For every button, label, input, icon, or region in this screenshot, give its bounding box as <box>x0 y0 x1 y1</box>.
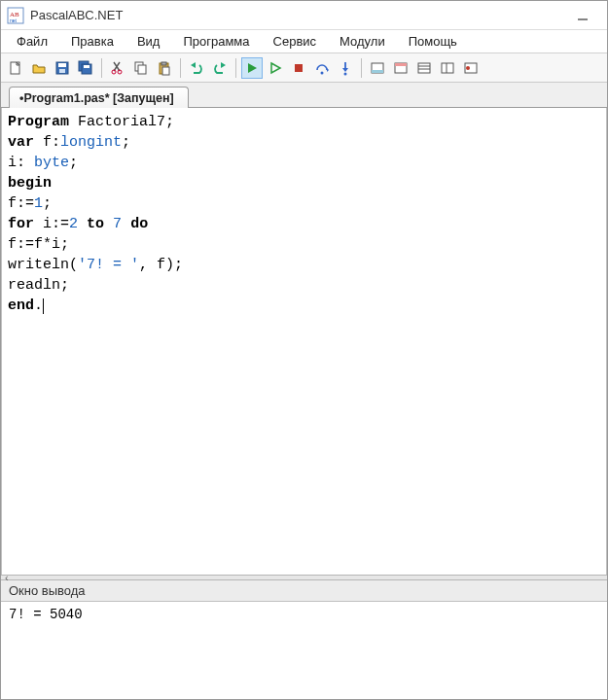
copy-icon[interactable] <box>130 57 152 79</box>
svg-rect-36 <box>442 63 453 73</box>
toggle-errors-icon[interactable] <box>390 57 411 79</box>
cut-icon[interactable] <box>107 57 128 79</box>
toggle-output-icon[interactable] <box>367 57 388 79</box>
svg-rect-17 <box>161 62 166 65</box>
svg-point-28 <box>344 72 347 75</box>
undo-icon[interactable] <box>186 57 207 79</box>
svg-rect-15 <box>138 65 146 74</box>
title-bar: AB net PascalABC.NET <box>1 1 607 30</box>
step-into-icon[interactable] <box>335 57 356 79</box>
menu-edit[interactable]: Правка <box>59 31 125 52</box>
menu-program[interactable]: Программа <box>171 31 261 52</box>
save-all-icon[interactable] <box>75 57 96 79</box>
toolbar-separator <box>361 58 362 78</box>
toggle-locals-icon[interactable] <box>437 57 458 79</box>
svg-point-25 <box>321 71 324 74</box>
menu-modules[interactable]: Модули <box>328 31 397 52</box>
svg-point-39 <box>466 66 470 70</box>
svg-rect-18 <box>162 67 169 75</box>
menu-file[interactable]: Файл <box>5 31 59 52</box>
svg-marker-21 <box>248 63 257 73</box>
svg-marker-22 <box>271 63 280 73</box>
redo-icon[interactable] <box>209 57 231 79</box>
svg-marker-24 <box>327 68 329 72</box>
svg-marker-20 <box>221 62 226 68</box>
svg-rect-7 <box>58 63 66 67</box>
toolbar-separator <box>235 58 236 78</box>
toolbar <box>1 53 607 83</box>
save-icon[interactable] <box>52 57 73 79</box>
output-panel[interactable]: 7! = 5040 <box>1 602 607 699</box>
run-icon[interactable] <box>241 57 263 79</box>
svg-rect-11 <box>84 65 89 68</box>
output-panel-title: Окно вывода <box>1 580 607 602</box>
open-file-icon[interactable] <box>28 57 50 79</box>
menu-service[interactable]: Сервис <box>262 31 329 52</box>
svg-rect-8 <box>59 69 65 73</box>
toggle-breakpoints-icon[interactable] <box>460 57 482 79</box>
toolbar-separator <box>101 58 102 78</box>
new-file-icon[interactable] <box>5 57 26 79</box>
toggle-watch-icon[interactable] <box>413 57 435 79</box>
app-title: PascalABC.NET <box>30 8 564 22</box>
run-noattach-icon[interactable] <box>265 57 286 79</box>
toolbar-separator <box>180 58 181 78</box>
svg-marker-19 <box>191 62 196 68</box>
svg-rect-32 <box>395 63 407 66</box>
tab-strip: •Program1.pas* [Запущен] <box>1 83 607 108</box>
svg-text:net: net <box>10 18 18 23</box>
minimize-button[interactable] <box>564 2 601 29</box>
paste-icon[interactable] <box>154 57 175 79</box>
code-editor[interactable]: Program Factorial7; var f:longint; i: by… <box>1 108 607 575</box>
stop-icon[interactable] <box>288 57 309 79</box>
menu-bar: Файл Правка Вид Программа Сервис Модули … <box>1 30 607 53</box>
editor-area: Program Factorial7; var f:longint; i: by… <box>1 108 607 699</box>
step-over-icon[interactable] <box>311 57 333 79</box>
svg-rect-33 <box>418 63 430 73</box>
svg-marker-27 <box>342 68 348 72</box>
app-icon: AB net <box>7 7 24 24</box>
svg-rect-23 <box>295 64 303 72</box>
menu-help[interactable]: Помощь <box>397 31 469 52</box>
tab-program1[interactable]: •Program1.pas* [Запущен] <box>9 87 189 108</box>
menu-view[interactable]: Вид <box>125 31 172 52</box>
svg-rect-30 <box>372 70 383 73</box>
